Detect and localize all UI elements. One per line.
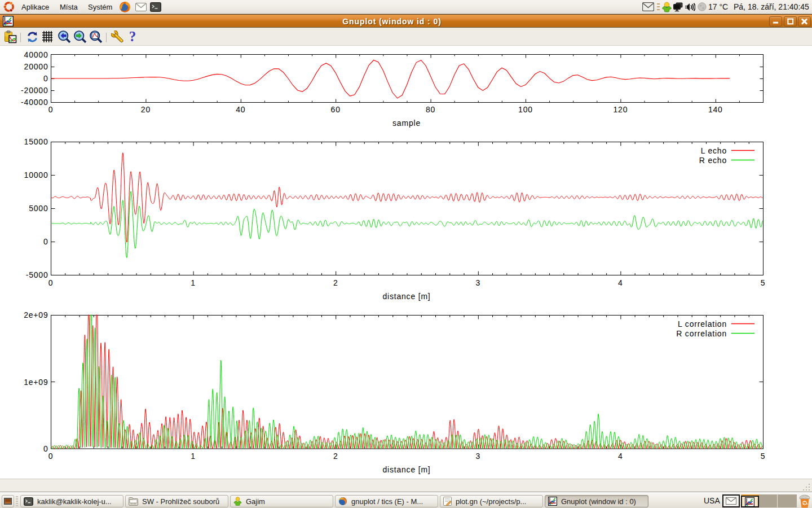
svg-text:?: ? (129, 29, 136, 44)
